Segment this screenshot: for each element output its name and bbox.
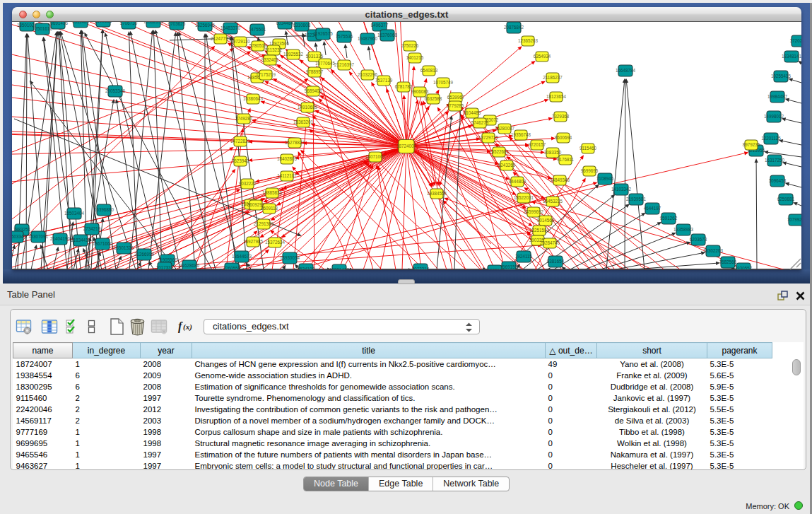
svg-text:13352595: 13352595 — [143, 22, 164, 24]
svg-text:11926575: 11926575 — [313, 31, 333, 36]
svg-text:21939581: 21939581 — [626, 197, 647, 201]
svg-text:4644197: 4644197 — [644, 206, 661, 211]
svg-text:18363201: 18363201 — [293, 119, 314, 124]
svg-text:18123654: 18123654 — [546, 94, 567, 99]
svg-text:13729725: 13729725 — [478, 135, 499, 140]
svg-text:14998012: 14998012 — [764, 114, 784, 119]
svg-text:6311483: 6311483 — [72, 22, 90, 24]
svg-text:20053346: 20053346 — [105, 88, 126, 93]
svg-text:16453235: 16453235 — [543, 199, 563, 204]
svg-text:13881413: 13881413 — [329, 267, 350, 269]
svg-text:21186237: 21186237 — [543, 75, 563, 80]
svg-text:19729110: 19729110 — [230, 39, 250, 44]
svg-text:15307091: 15307091 — [28, 234, 49, 239]
svg-text:18302203: 18302203 — [703, 248, 724, 253]
svg-text:7682566: 7682566 — [719, 259, 737, 264]
svg-text:6632588: 6632588 — [425, 96, 442, 101]
svg-text:2260553: 2260553 — [223, 266, 241, 269]
svg-text:f: f — [178, 320, 183, 333]
svg-text:9115460: 9115460 — [579, 146, 597, 151]
svg-text:14910689: 14910689 — [298, 105, 318, 110]
svg-text:18925532: 18925532 — [283, 52, 304, 57]
svg-text:8444809: 8444809 — [509, 179, 526, 184]
svg-text:9699695: 9699695 — [581, 168, 599, 173]
svg-text:2609118: 2609118 — [261, 206, 278, 211]
svg-text:14112107: 14112107 — [277, 173, 297, 178]
svg-text:5031335: 5031335 — [306, 54, 324, 59]
svg-text:3924115: 3924115 — [515, 254, 533, 259]
svg-text:12251581: 12251581 — [529, 228, 550, 233]
svg-text:14849348: 14849348 — [550, 177, 570, 182]
svg-text:18644673: 18644673 — [232, 254, 252, 259]
svg-text:6539967: 6539967 — [447, 95, 465, 100]
svg-text:15278827: 15278827 — [285, 140, 305, 145]
svg-text:18724007: 18724007 — [396, 144, 417, 148]
svg-text:7623942: 7623942 — [232, 158, 249, 163]
svg-text:12201125: 12201125 — [761, 136, 781, 141]
svg-text:3083350: 3083350 — [544, 150, 562, 155]
svg-text:9720157: 9720157 — [529, 142, 546, 147]
svg-text:5534100: 5534100 — [298, 267, 315, 269]
svg-text:21032296: 21032296 — [358, 72, 378, 77]
svg-text:9104485: 9104485 — [464, 110, 481, 115]
svg-text:12501616: 12501616 — [33, 26, 53, 31]
svg-text:17175219: 17175219 — [256, 72, 276, 77]
svg-text:10255415: 10255415 — [771, 74, 792, 78]
svg-text:16396880: 16396880 — [94, 207, 114, 212]
svg-text:9014568: 9014568 — [537, 218, 555, 223]
svg-text:10705749: 10705749 — [433, 80, 454, 85]
svg-text:3720225: 3720225 — [790, 38, 801, 43]
svg-text:18348141: 18348141 — [782, 54, 801, 59]
svg-text:14599692: 14599692 — [524, 209, 544, 214]
svg-text:16648784: 16648784 — [616, 68, 636, 73]
svg-text:14071002: 14071002 — [365, 154, 386, 159]
svg-text:6703625: 6703625 — [168, 22, 186, 26]
svg-text:10770645: 10770645 — [315, 61, 336, 66]
svg-text:5689408: 5689408 — [305, 88, 322, 93]
svg-text:15872167: 15872167 — [485, 268, 505, 269]
svg-text:15503404: 15503404 — [64, 211, 85, 216]
svg-text:8600694: 8600694 — [555, 135, 572, 140]
svg-text:12365263: 12365263 — [518, 38, 539, 43]
svg-text:9788957: 9788957 — [306, 69, 324, 74]
svg-text:16380643: 16380643 — [243, 96, 264, 101]
svg-text:21266999: 21266999 — [134, 252, 155, 257]
svg-text:21404190: 21404190 — [50, 236, 71, 241]
svg-text:16317250: 16317250 — [765, 158, 785, 163]
svg-text:20876842: 20876842 — [504, 25, 524, 30]
svg-text:20284740: 20284740 — [540, 240, 560, 245]
svg-text:21291369: 21291369 — [254, 221, 274, 226]
svg-text:9332401: 9332401 — [261, 57, 279, 62]
svg-text:1401215: 1401215 — [406, 55, 424, 60]
svg-text:5779285: 5779285 — [447, 103, 464, 108]
svg-text:7329368: 7329368 — [552, 114, 570, 119]
svg-text:19487960: 19487960 — [358, 36, 378, 41]
svg-text:1475501: 1475501 — [249, 27, 266, 32]
svg-text:2749287: 2749287 — [235, 116, 253, 121]
svg-text:6310808: 6310808 — [293, 23, 311, 28]
svg-text:(x): (x) — [183, 322, 192, 332]
svg-text:16927985: 16927985 — [243, 239, 264, 244]
svg-text:21247797: 21247797 — [211, 36, 231, 41]
svg-text:15372634: 15372634 — [265, 240, 286, 245]
svg-text:15522681: 15522681 — [489, 149, 510, 154]
svg-text:21628686: 21628686 — [180, 263, 200, 268]
svg-text:6243269: 6243269 — [498, 163, 516, 168]
svg-text:3930557: 3930557 — [735, 266, 753, 269]
svg-text:8381654: 8381654 — [547, 259, 565, 264]
svg-text:13671660: 13671660 — [93, 241, 113, 246]
svg-text:5746279: 5746279 — [471, 120, 489, 125]
svg-text:13256946: 13256946 — [195, 23, 216, 28]
svg-text:15483370: 15483370 — [220, 25, 241, 30]
svg-text:18522031: 18522031 — [514, 195, 534, 200]
svg-text:21834411: 21834411 — [71, 238, 90, 243]
svg-text:6259881: 6259881 — [777, 197, 795, 201]
svg-text:19356748: 19356748 — [511, 132, 531, 137]
svg-text:9176811: 9176811 — [557, 157, 575, 162]
svg-text:6781782: 6781782 — [395, 84, 413, 89]
svg-text:9906083: 9906083 — [411, 89, 429, 94]
svg-text:13930034: 13930034 — [280, 255, 300, 260]
svg-text:6354934: 6354934 — [534, 54, 551, 59]
svg-text:21216397: 21216397 — [334, 62, 355, 67]
svg-text:19885836: 19885836 — [262, 190, 283, 195]
